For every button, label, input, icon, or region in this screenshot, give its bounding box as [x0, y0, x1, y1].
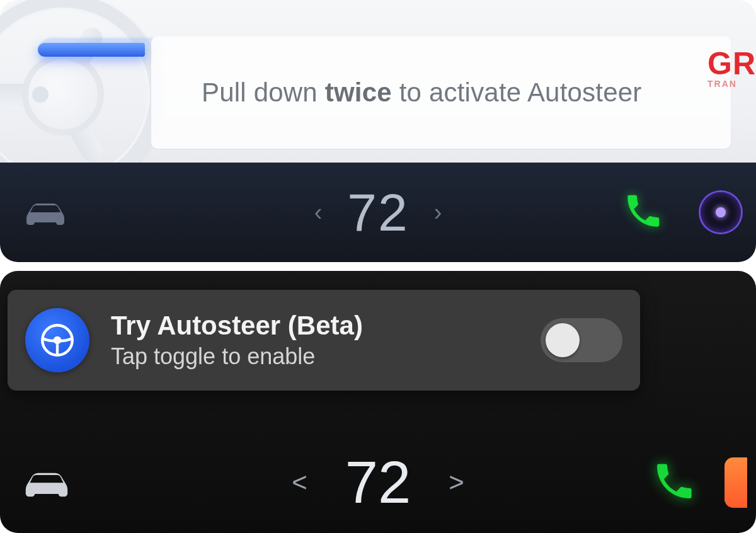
- autosteer-tutorial-panel: Pull down twice to activate Autosteer GR…: [0, 0, 756, 262]
- car-icon[interactable]: [15, 462, 78, 503]
- app-shortcut-fragment[interactable]: [724, 457, 747, 508]
- toast-subtitle: Tap toggle to enable: [111, 343, 541, 370]
- steering-wheel-icon: [25, 308, 89, 372]
- dashcam-icon[interactable]: [701, 192, 741, 232]
- climate-temperature-control: < 72 >: [292, 449, 464, 517]
- stalk-illustration: [38, 43, 145, 57]
- autosteer-toast: Try Autosteer (Beta) Tap toggle to enabl…: [8, 290, 640, 391]
- temperature-increase-button[interactable]: >: [449, 467, 464, 498]
- temperature-increase-button[interactable]: ›: [434, 199, 442, 226]
- temperature-value[interactable]: 72: [345, 449, 411, 517]
- brand-line-1: GR: [707, 48, 756, 79]
- instruction-pre: Pull down: [202, 77, 325, 107]
- temperature-value[interactable]: 72: [347, 182, 408, 243]
- tutorial-banner: Pull down twice to activate Autosteer GR…: [0, 0, 756, 163]
- temperature-decrease-button[interactable]: ‹: [314, 199, 323, 226]
- waypoint-brand-fragment: GR TRAN: [707, 48, 756, 88]
- phone-icon[interactable]: [651, 459, 697, 507]
- autosteer-toggle[interactable]: [541, 318, 622, 362]
- bottom-dock: ‹ 72 ›: [0, 163, 756, 262]
- climate-temperature-control: ‹ 72 ›: [314, 182, 442, 243]
- car-icon[interactable]: [18, 193, 73, 231]
- steering-wheel-illustration: [0, 0, 164, 163]
- toast-title: Try Autosteer (Beta): [111, 311, 541, 341]
- temperature-decrease-button[interactable]: <: [292, 467, 307, 498]
- instruction-post: to activate Autosteer: [392, 77, 642, 107]
- instruction-card: Pull down twice to activate Autosteer: [151, 37, 731, 149]
- instruction-bold: twice: [325, 77, 392, 107]
- phone-icon[interactable]: [622, 190, 664, 234]
- instruction-text: Pull down twice to activate Autosteer: [202, 77, 641, 108]
- bottom-dock: < 72 >: [0, 432, 756, 533]
- toggle-knob: [546, 323, 580, 357]
- autosteer-enable-panel: Try Autosteer (Beta) Tap toggle to enabl…: [0, 271, 756, 533]
